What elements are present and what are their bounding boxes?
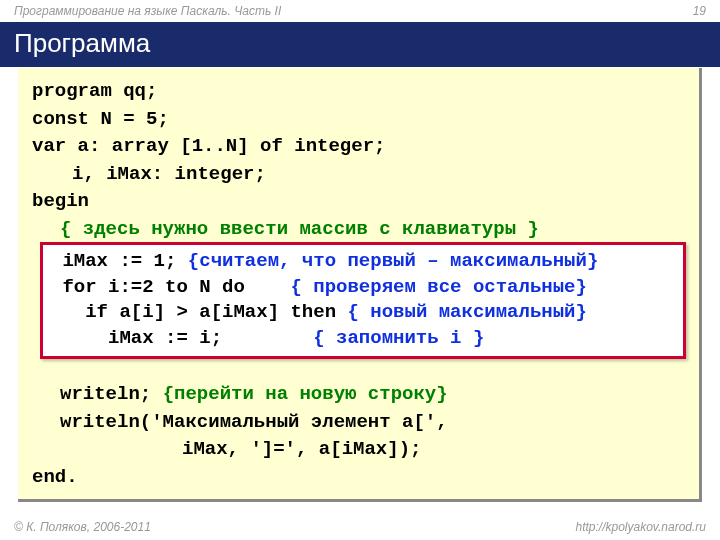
code-line: var a: array [1..N] of integer; — [32, 133, 685, 161]
footer: © К. Поляков, 2006-2011 http://kpolyakov… — [0, 514, 720, 540]
top-bar: Программирование на языке Паскаль. Часть… — [0, 0, 720, 22]
code-line: const N = 5; — [32, 106, 685, 134]
slide: Программирование на языке Паскаль. Часть… — [0, 0, 720, 540]
page-number: 19 — [693, 4, 706, 18]
code-comment: { новый максимальный} — [347, 301, 586, 323]
code-line: begin — [32, 188, 685, 216]
footer-url: http://kpolyakov.narod.ru — [575, 520, 706, 534]
code-comment: { здесь нужно ввести массив с клавиатуры… — [32, 216, 685, 244]
code-text: iMax := i; — [51, 327, 313, 349]
code-line: end. — [32, 464, 685, 492]
code-line: program qq; — [32, 78, 685, 106]
code-text: if a[i] > a[iMax] then — [51, 301, 347, 323]
overlay-line: iMax := 1; {считаем, что первый – максим… — [51, 249, 675, 275]
code-line: writeln; {перейти на новую строку} — [32, 381, 685, 409]
code-comment: { проверяем все остальные} — [290, 276, 586, 298]
overlay-line: iMax := i; { запомнить i } — [51, 326, 675, 352]
code-comment: { запомнить i } — [313, 327, 484, 349]
code-line: i, iMax: integer; — [32, 161, 685, 189]
code-comment: {считаем, что первый – максимальный} — [188, 250, 598, 272]
overlay-line: for i:=2 to N do { проверяем все остальн… — [51, 275, 675, 301]
course-title: Программирование на языке Паскаль. Часть… — [14, 4, 281, 18]
code-text: writeln; — [60, 383, 163, 405]
code-text: for i:=2 to N do — [51, 276, 290, 298]
code-line: writeln('Максимальный элемент a[', — [32, 409, 685, 437]
copyright: © К. Поляков, 2006-2011 — [14, 520, 151, 534]
slide-title: Программа — [0, 22, 720, 67]
overlay-line: if a[i] > a[iMax] then { новый максималь… — [51, 300, 675, 326]
code-comment: {перейти на новую строку} — [163, 383, 448, 405]
code-line: iMax, ']=', a[iMax]); — [32, 436, 685, 464]
highlight-box: iMax := 1; {считаем, что первый – максим… — [40, 242, 686, 359]
code-text: iMax := 1; — [51, 250, 188, 272]
